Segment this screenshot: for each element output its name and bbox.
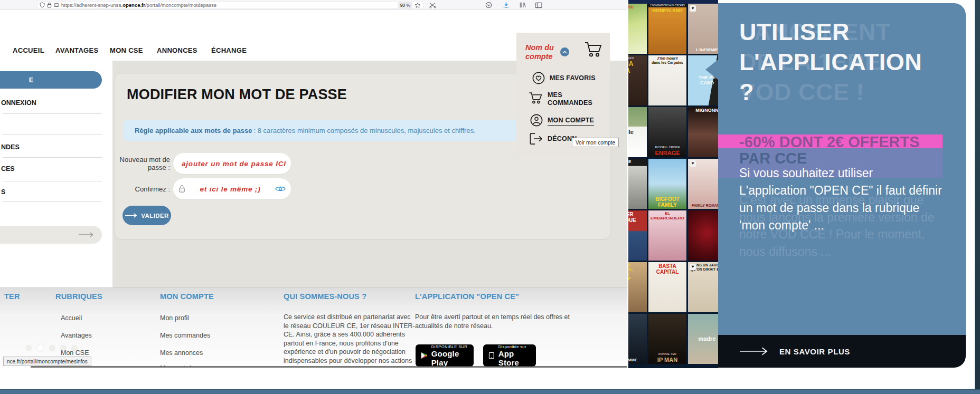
library-icon[interactable] bbox=[519, 2, 526, 8]
footer-rubriques-heading: RUBRIQUES bbox=[55, 292, 102, 301]
heart-icon bbox=[532, 72, 545, 84]
carousel-dots bbox=[26, 344, 77, 351]
sidebar-item-autre[interactable]: S bbox=[1, 188, 5, 196]
movie-poster[interactable]: ME PES, C UF bbox=[628, 262, 647, 312]
poster-title: CER RIQUE bbox=[628, 210, 637, 224]
lock-icon bbox=[47, 2, 52, 8]
cart-icon[interactable] bbox=[584, 41, 603, 60]
window-edge-strip bbox=[975, 0, 980, 394]
carousel-dot[interactable] bbox=[72, 345, 77, 351]
footer-link-mon-profil[interactable]: Mon profil bbox=[160, 314, 189, 322]
sidebar-divider bbox=[3, 134, 102, 135]
movie-poster[interactable]: FAMILY ROMANC♥ bbox=[688, 159, 718, 209]
wishlist-heart-icon[interactable]: ♥ bbox=[690, 5, 696, 12]
valider-button[interactable]: VALIDER bbox=[123, 206, 171, 225]
movie-poster[interactable]: EL EMBARCADERO bbox=[648, 210, 686, 261]
menu-item-deconnexion[interactable]: DÉCONN bbox=[529, 132, 577, 145]
movie-poster[interactable]: BAMAKOICA A bbox=[628, 55, 647, 105]
sidebar-item-connexion[interactable]: ONNEXION bbox=[1, 99, 36, 107]
footer-app-heading: L'APPLICATION "OPEN CE" bbox=[415, 292, 519, 301]
google-play-icon bbox=[421, 351, 428, 360]
movie-poster[interactable]: BIGFOOT FAMILY bbox=[648, 159, 686, 209]
carousel-prev-icon[interactable] bbox=[705, 59, 719, 80]
footer-link-accueil[interactable]: Accueil bbox=[61, 314, 82, 322]
en-savoir-plus-button[interactable]: EN SAVOIR PLUS bbox=[718, 335, 966, 368]
browser-toolbar: https://adherent-snep-unsa.opence.fr/por… bbox=[0, 0, 627, 10]
eye-icon[interactable] bbox=[275, 185, 286, 193]
screenshot-extension-icon[interactable] bbox=[429, 2, 436, 8]
footer-about-text: Ce service est distribué en partenariat … bbox=[284, 313, 417, 367]
movie-poster[interactable]: ITE bbox=[628, 159, 647, 209]
movie-poster[interactable]: DONNIE YENIP MAN bbox=[648, 314, 686, 364]
movie-poster[interactable]: RUSSELL CROWEENRAGÉ bbox=[648, 107, 686, 157]
menu-item-commandes[interactable]: MES COMMANDES bbox=[529, 91, 598, 107]
permissions-icon[interactable] bbox=[54, 3, 59, 8]
menu-item-favoris[interactable]: MES FAVORIS bbox=[532, 72, 596, 84]
valider-label: VALIDER bbox=[141, 213, 168, 219]
nav-item-annonces[interactable]: ANNONCES bbox=[157, 46, 197, 54]
zoom-level-badge[interactable]: 90 % bbox=[398, 2, 412, 8]
movie-poster[interactable]: E FEMME bbox=[628, 314, 647, 364]
poster-title: J'irai mourir dans les Carpates bbox=[651, 55, 684, 65]
download-icon[interactable] bbox=[502, 2, 510, 8]
sidebar-active-item[interactable]: E bbox=[0, 71, 102, 89]
google-play-top-label: DISPONIBLE SUR bbox=[431, 344, 468, 349]
carousel-slide-title: UTILISERL'APPLICATION? bbox=[739, 17, 961, 107]
bookmark-star-icon[interactable] bbox=[414, 2, 421, 8]
movie-poster[interactable]: DANS UN JARDIN QU'ON DIRAIT ÉTE♥ bbox=[688, 262, 718, 312]
nav-item-accueil[interactable]: ACCUEIL bbox=[13, 46, 44, 54]
chevron-up-icon[interactable] bbox=[560, 47, 569, 56]
url-text[interactable]: https://adherent-snep-unsa.opence.fr/por… bbox=[61, 2, 216, 8]
movie-poster[interactable]: BASTA CAPITAL bbox=[648, 262, 686, 312]
footer-link-mes-commandes[interactable]: Mes commandes bbox=[160, 332, 210, 339]
poster-title: Fille bbox=[628, 128, 635, 136]
poster-title: MIGNONN bbox=[694, 107, 718, 114]
movie-poster[interactable]: 2 NOMINATIONS AUX OSCARSHONEYLAND bbox=[648, 4, 686, 54]
poster-title: HONEYLAND bbox=[651, 7, 683, 15]
poster-title: FAMILY ROMANC bbox=[691, 203, 718, 209]
sidebar-item-mot-de-passe[interactable]: PASSE bbox=[0, 226, 102, 244]
carousel-dot[interactable] bbox=[26, 345, 31, 350]
movie-poster[interactable]: nette bbox=[628, 4, 647, 54]
app-store-badge[interactable]: Disponible sur App Store bbox=[483, 344, 536, 367]
google-play-label: Google Play bbox=[431, 349, 468, 367]
nav-item-mon-cse[interactable]: MON CSE bbox=[110, 46, 143, 54]
google-play-badge[interactable]: DISPONIBLE SUR Google Play bbox=[416, 344, 474, 367]
sidebar-item-commandes[interactable]: NDES bbox=[1, 143, 20, 151]
carousel-dot[interactable] bbox=[50, 345, 55, 351]
new-password-input[interactable]: ajouter un mot de passe ICI bbox=[173, 153, 291, 174]
sidebar-item-annonces[interactable]: CES bbox=[1, 165, 15, 172]
background-window-bar bbox=[0, 389, 980, 394]
sidebar-divider bbox=[3, 201, 102, 202]
footer-link-mes-annonces[interactable]: Mes annonces bbox=[160, 349, 203, 357]
shield-icon bbox=[40, 2, 45, 8]
status-link-preview: nce.fr/portail/moncompte/mesinfos bbox=[3, 357, 91, 366]
poster-title: BIGFOOT FAMILY bbox=[654, 195, 681, 209]
wishlist-heart-icon[interactable]: ♥ bbox=[690, 160, 696, 167]
movie-poster[interactable]: Fille bbox=[628, 107, 647, 157]
footer-account-heading: MON COMPTE bbox=[160, 292, 214, 301]
wishlist-heart-icon[interactable]: ♥ bbox=[690, 264, 696, 270]
poster-title: ITE bbox=[628, 159, 632, 166]
confirm-password-row: Confirmez : et ici le même ;) bbox=[117, 178, 291, 199]
movie-poster[interactable]: L'INFIRMIÈ♥ bbox=[688, 4, 718, 54]
nav-item-avantages[interactable]: AVANTAGES bbox=[55, 46, 98, 54]
menu-item-mon-compte[interactable]: MON COMPTE bbox=[530, 114, 594, 127]
carousel-dot[interactable] bbox=[61, 345, 66, 351]
pocket-icon[interactable] bbox=[485, 2, 492, 8]
address-bar[interactable]: https://adherent-snep-unsa.opence.fr/por… bbox=[37, 1, 423, 9]
movie-poster[interactable]: CER RIQUE bbox=[628, 210, 647, 261]
carousel-dot-active[interactable] bbox=[37, 344, 44, 351]
nav-item-echange[interactable]: ÉCHANGE bbox=[211, 46, 247, 54]
menu-commandes-label: MES COMMANDES bbox=[548, 91, 598, 107]
poster-title: BASTA CAPITAL bbox=[655, 262, 680, 276]
footer-link-avantages[interactable]: Avantages bbox=[61, 332, 92, 339]
movie-poster[interactable]: J'irai mourir dans les Carpates bbox=[648, 55, 686, 105]
sidebar-toggle-icon[interactable] bbox=[535, 2, 542, 8]
movie-poster[interactable] bbox=[688, 210, 718, 261]
menu-mon-compte-label: MON COMPTE bbox=[548, 117, 594, 126]
user-icon bbox=[530, 114, 543, 127]
movie-poster[interactable]: MIGNONN bbox=[688, 107, 718, 157]
movie-poster[interactable]: madre bbox=[688, 314, 718, 364]
confirm-password-input[interactable]: et ici le même ;) bbox=[173, 178, 291, 199]
